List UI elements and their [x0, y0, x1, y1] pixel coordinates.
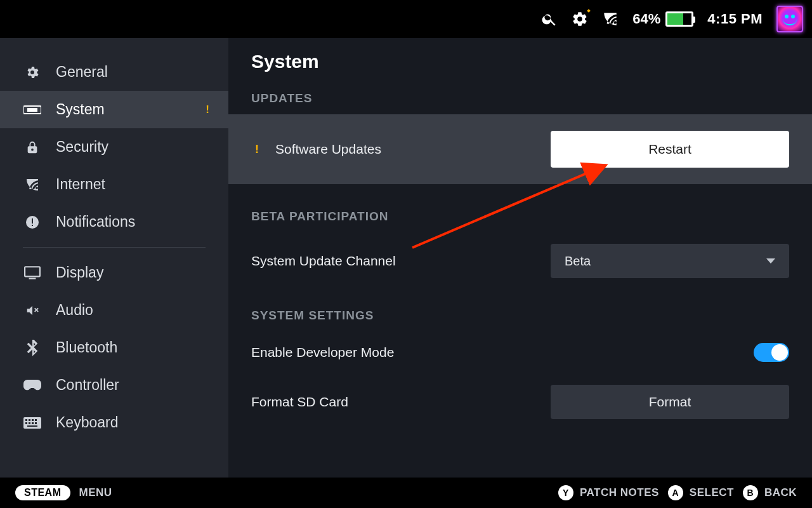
- page-title: System: [251, 51, 789, 72]
- sidebar-item-display[interactable]: Display: [0, 254, 228, 291]
- sidebar-item-label: Display: [56, 264, 103, 281]
- svg-rect-12: [25, 422, 27, 424]
- hint-back: B BACK: [743, 485, 797, 500]
- b-button-icon: B: [743, 485, 758, 500]
- sidebar-item-label: Bluetooth: [56, 339, 117, 356]
- avatar[interactable]: [776, 6, 803, 32]
- sidebar-item-general[interactable]: General: [0, 53, 228, 91]
- chevron-down-icon: [766, 258, 775, 264]
- footer-bar: STEAM MENU Y PATCH NOTES A SELECT B BACK: [0, 478, 812, 508]
- y-button-icon: Y: [558, 485, 573, 500]
- menu-label: MENU: [79, 486, 112, 499]
- svg-rect-8: [25, 419, 27, 421]
- gear-icon: [23, 65, 42, 80]
- alert-icon: !: [206, 104, 209, 116]
- controller-icon: [23, 380, 42, 391]
- alert-icon: !: [251, 143, 263, 156]
- svg-rect-6: [29, 277, 36, 279]
- sidebar-item-audio[interactable]: Audio: [0, 291, 228, 329]
- a-button-icon: A: [668, 485, 683, 500]
- settings-sidebar: General System ! Security Internet Notif…: [0, 38, 228, 478]
- row-format-sd: Format SD Card Format: [251, 373, 789, 431]
- developer-mode-label: Enable Developer Mode: [251, 345, 394, 360]
- section-beta-title: BETA PARTICIPATION: [251, 210, 789, 224]
- svg-rect-11: [35, 419, 37, 421]
- sidebar-item-keyboard[interactable]: Keyboard: [0, 404, 228, 441]
- sidebar-item-label: Notifications: [56, 213, 135, 231]
- update-channel-label: System Update Channel: [251, 253, 396, 269]
- svg-rect-3: [32, 218, 33, 224]
- sidebar-item-label: System: [56, 101, 105, 118]
- status-bar: 64% 4:15 PM: [0, 0, 812, 38]
- svg-rect-15: [35, 422, 37, 424]
- sidebar-item-bluetooth[interactable]: Bluetooth: [0, 329, 228, 366]
- battery-percent: 64%: [632, 11, 660, 27]
- sidebar-item-internet[interactable]: Internet: [0, 166, 228, 203]
- svg-rect-9: [29, 419, 30, 421]
- lock-icon: [23, 140, 42, 155]
- sidebar-item-system[interactable]: System !: [0, 91, 228, 128]
- svg-rect-1: [27, 108, 37, 112]
- sidebar-item-label: Internet: [56, 176, 105, 193]
- format-sd-label: Format SD Card: [251, 394, 348, 410]
- clock: 4:15 PM: [707, 11, 763, 27]
- software-updates-label: Software Updates: [275, 142, 381, 157]
- sidebar-item-label: General: [56, 64, 108, 81]
- monitor-icon: [23, 266, 42, 280]
- sidebar-item-notifications[interactable]: Notifications: [0, 203, 228, 241]
- svg-rect-14: [32, 422, 34, 424]
- settings-icon[interactable]: [572, 11, 588, 27]
- row-software-updates: ! Software Updates Restart: [228, 114, 812, 184]
- hint-patch-notes: Y PATCH NOTES: [558, 485, 659, 500]
- update-channel-value: Beta: [565, 254, 591, 269]
- alert-circle-icon: [23, 215, 42, 230]
- svg-rect-10: [32, 419, 34, 421]
- row-developer-mode: Enable Developer Mode: [251, 331, 789, 373]
- wifi-icon[interactable]: [602, 11, 619, 27]
- sidebar-item-label: Audio: [56, 302, 93, 319]
- sidebar-item-security[interactable]: Security: [0, 128, 228, 166]
- sidebar-item-label: Security: [56, 138, 108, 156]
- battery-icon: [665, 11, 693, 27]
- deck-icon: [23, 104, 42, 116]
- sidebar-item-controller[interactable]: Controller: [0, 366, 228, 404]
- keyboard-icon: [23, 417, 42, 429]
- update-channel-select[interactable]: Beta: [551, 244, 789, 278]
- row-update-channel: System Update Channel Beta: [251, 232, 789, 290]
- svg-rect-4: [32, 225, 33, 226]
- search-icon[interactable]: [541, 11, 558, 27]
- format-button[interactable]: Format: [551, 385, 789, 419]
- sidebar-separator: [23, 247, 206, 248]
- hint-select: A SELECT: [668, 485, 734, 500]
- battery-status: 64%: [632, 11, 693, 27]
- svg-rect-13: [29, 422, 30, 424]
- audio-mute-icon: [23, 304, 42, 318]
- sidebar-item-label: Controller: [56, 377, 119, 394]
- sidebar-item-label: Keyboard: [56, 414, 118, 431]
- developer-mode-toggle[interactable]: [754, 343, 789, 362]
- signal-icon: [23, 177, 42, 192]
- section-updates-title: UPDATES: [251, 91, 789, 105]
- restart-button[interactable]: Restart: [551, 131, 789, 168]
- bluetooth-icon: [23, 340, 42, 356]
- steam-button[interactable]: STEAM: [15, 485, 70, 500]
- section-settings-title: SYSTEM SETTINGS: [251, 309, 789, 323]
- svg-rect-5: [25, 267, 40, 276]
- settings-content: System UPDATES ! Software Updates Restar…: [228, 38, 812, 478]
- svg-rect-16: [27, 425, 37, 427]
